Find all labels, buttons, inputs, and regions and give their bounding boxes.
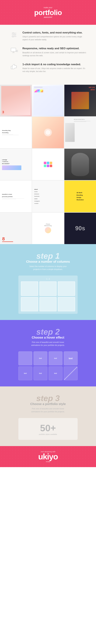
- portfolio-item: beautiful & cleanpersonal portfolio: [0, 180, 32, 212]
- portfolio-thumb-4: Smoothly StayAscending: [0, 117, 32, 148]
- portfolio-grid: 3 set creative: [0, 85, 96, 244]
- hover-item-plain: [18, 352, 32, 365]
- monitor-icon: [9, 47, 19, 54]
- portfolio-thumb-1: 3: [0, 85, 32, 116]
- portfolio-item: Smoothly StayAscending: [0, 117, 32, 148]
- hover-item-row2-3: text: [49, 366, 63, 380]
- hover-text-label: text: [24, 372, 27, 374]
- col-box-1: [21, 282, 38, 296]
- step2-section: step 2 Choose a hover effect Pick one of…: [0, 320, 96, 386]
- portfolio-item: [64, 149, 96, 180]
- portfolio-thumb-12: 3D Work Branding Design Illustration: [64, 180, 96, 212]
- portfolio-item: 3D Work Branding Design Illustration: [64, 180, 96, 212]
- step3-title: Choose a portfolio style: [6, 402, 90, 406]
- svg-rect-10: [16, 51, 17, 52]
- step1-number: step 1: [6, 252, 90, 260]
- col-box-2: [39, 282, 57, 296]
- portfolio-item: 8: [0, 213, 32, 244]
- step2-number: step 2: [6, 328, 90, 336]
- portfolio-thumb-7: a design? need an...the website?: [0, 149, 32, 180]
- step2-title: Choose a hover effect: [6, 336, 90, 339]
- styles-demo: 50 + portfolio styles available: [18, 418, 78, 440]
- col-box-4: [21, 297, 38, 311]
- step1-title: Choose a number of columns: [6, 260, 90, 264]
- step3-section: step 3 Choose a portfolio style Pick one…: [0, 386, 96, 446]
- feature-responsive: Responsive, retina ready and SEO optimiz…: [9, 47, 87, 57]
- portfolio-thumb-13: 8: [0, 213, 32, 244]
- portfolio-item: FlowerBlossoming: [32, 213, 64, 244]
- cta-brand: ukiyo: [3, 452, 93, 460]
- feature-no-coding-text: 1-click import & no coding knowledge nee…: [22, 63, 87, 73]
- columns-label: 1 - 3: [21, 278, 75, 280]
- styles-count: 50: [40, 423, 51, 433]
- portfolio-item: [32, 149, 64, 180]
- portfolio-thumb-10: beautiful & cleanpersonal portfolio: [0, 180, 32, 212]
- columns-demo: 1 - 3: [18, 276, 78, 314]
- step3-number: step 3: [6, 394, 90, 402]
- feature-colors-text: Control colors, fonts, and most everythi…: [22, 31, 87, 41]
- feature-responsive-text: Responsive, retina ready and SEO optimiz…: [22, 47, 87, 57]
- feature-no-coding-body: Made for ease-of-use, Ukiyo lets anyone …: [22, 67, 87, 73]
- portfolio-thumb-9: [64, 149, 96, 180]
- portfolio-thumb-14: FlowerBlossoming: [32, 213, 64, 244]
- hero-make-your: make your: [34, 6, 62, 9]
- hero-content: make your portfolio awesome!: [34, 6, 62, 18]
- hero-section: make your portfolio awesome!: [0, 0, 96, 25]
- svg-rect-6: [11, 48, 16, 52]
- portfolio-item: a design? need an...the website?: [0, 149, 32, 180]
- cta-footer: start designing with ukiyo today: [0, 446, 96, 467]
- cta-content: start designing with ukiyo today: [3, 451, 93, 462]
- svg-rect-9: [17, 50, 18, 52]
- portfolio-item: [32, 117, 64, 148]
- feature-responsive-body: Beautiful on all devices & screen sizes,…: [22, 51, 87, 57]
- sliders-icon: [9, 31, 19, 39]
- step1-desc: Select the number of columns to display …: [28, 265, 68, 271]
- cta-today: today: [3, 460, 93, 462]
- columns-boxes: [21, 282, 75, 311]
- portfolio-thumb-6: did you know that a: [64, 117, 96, 148]
- col-box-3: [58, 282, 75, 296]
- portfolio-thumb-8: [32, 149, 64, 180]
- portfolio-thumb-5: [32, 117, 64, 148]
- hover-item-diagonal: [64, 366, 78, 380]
- hover-item-row2-1: text: [18, 366, 32, 380]
- hover-text-label: text: [54, 372, 57, 374]
- portfolio-item: 90s: [64, 213, 96, 244]
- styles-label: portfolio styles available: [22, 433, 74, 435]
- hover-grid-row1: text text text: [18, 352, 78, 365]
- styles-plus: +: [51, 423, 56, 433]
- col-box-6: [58, 297, 75, 311]
- feature-colors: Control colors, fonts, and most everythi…: [9, 31, 87, 41]
- svg-point-5: [12, 36, 14, 37]
- hover-grid-row2: text text text: [18, 366, 78, 380]
- portfolio-item: about works behance facebook twitter ins…: [32, 180, 64, 212]
- hover-text-label: text: [54, 358, 57, 359]
- portfolio-thumb-2: [32, 85, 64, 116]
- feature-no-coding-heading: 1-click import & no coding knowledge nee…: [22, 63, 87, 66]
- hover-item-text-1: text: [33, 352, 47, 365]
- hover-item-row2-2: text: [33, 366, 47, 380]
- hover-item-text-2: text: [49, 352, 63, 365]
- portfolio-thumb-11: about works behance facebook twitter ins…: [32, 180, 64, 212]
- hover-item-text-large: text: [64, 352, 78, 365]
- features-section: Control colors, fonts, and most everythi…: [0, 25, 96, 85]
- svg-point-1: [13, 32, 14, 34]
- hover-text-label: text: [69, 357, 73, 360]
- step2-desc: Pick one of beautiful and smooth hover a…: [28, 341, 68, 347]
- feature-colors-heading: Control colors, fonts, and most everythi…: [22, 31, 87, 34]
- portfolio-showcase: 3 set creative: [0, 85, 96, 244]
- portfolio-thumb-15: 90s: [64, 213, 96, 244]
- feature-colors-body: Ukiyo's powerful and comprehensive optio…: [22, 35, 87, 41]
- step3-desc: Pick one of beautiful and smooth hover a…: [28, 407, 68, 413]
- col-box-5: [39, 297, 57, 311]
- step1-section: step 1 Choose a number of columns Select…: [0, 244, 96, 320]
- hover-text-label: text: [39, 372, 42, 374]
- feature-responsive-heading: Responsive, retina ready and SEO optimiz…: [22, 47, 87, 50]
- hover-text-label: text: [39, 358, 42, 359]
- thumb-icon: [9, 63, 19, 70]
- portfolio-item: set creative: [64, 85, 96, 116]
- portfolio-item: [32, 85, 64, 116]
- feature-no-coding: 1-click import & no coding knowledge nee…: [9, 63, 87, 73]
- styles-count-display: 50 +: [22, 423, 74, 433]
- portfolio-item: 3: [0, 85, 32, 116]
